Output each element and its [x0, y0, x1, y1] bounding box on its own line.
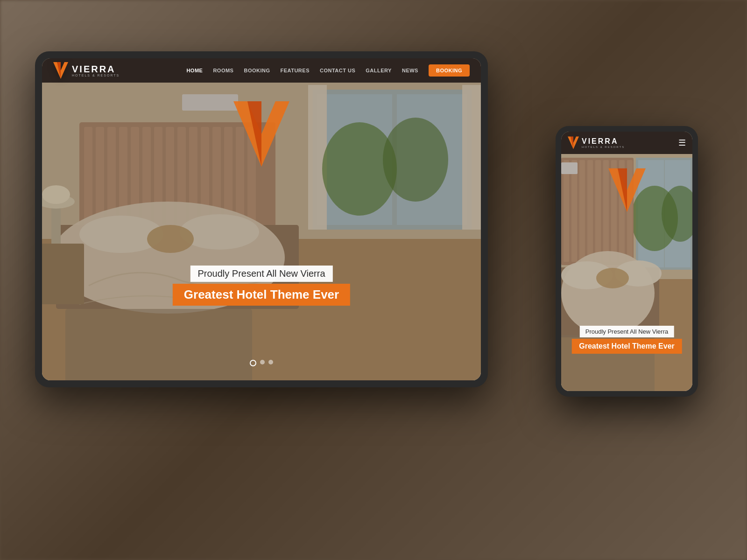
tablet-device: VIERRA HOTELS & RESORTS HOME ROOMS BOOKI… — [35, 51, 488, 387]
tablet-screen: VIERRA HOTELS & RESORTS HOME ROOMS BOOKI… — [42, 58, 481, 380]
mobile-logo-sub: HOTELS & RESORTS — [582, 146, 625, 148]
tablet-slider-dots — [250, 360, 273, 366]
mobile-hero: Proudly Present All New Vierra Greatest … — [561, 154, 692, 391]
tablet-hero-text-block: Proudly Present All New Vierra Greatest … — [173, 266, 350, 306]
mobile-logo-icon — [568, 136, 579, 149]
mobile-logo[interactable]: VIERRA HOTELS & RESORTS — [568, 136, 625, 149]
nav-features[interactable]: FEATURES — [281, 68, 310, 73]
tablet-hero-subtitle: Proudly Present All New Vierra — [190, 266, 332, 282]
tablet-logo-icon — [53, 62, 68, 79]
tablet-hero-title: Greatest Hotel Theme Ever — [173, 284, 350, 306]
mobile-hero-subtitle: Proudly Present All New Vierra — [580, 326, 674, 337]
hamburger-icon[interactable]: ☰ — [678, 138, 686, 148]
tablet-navbar: VIERRA HOTELS & RESORTS HOME ROOMS BOOKI… — [42, 58, 481, 83]
mobile-screen: VIERRA HOTELS & RESORTS ☰ — [561, 132, 692, 391]
tablet-logo-sub: HOTELS & RESORTS — [72, 74, 120, 77]
mobile-hero-title: Greatest Hotel Theme Ever — [571, 339, 682, 354]
tablet-hero: Proudly Present All New Vierra Greatest … — [42, 83, 481, 380]
v-watermark-icon — [233, 101, 289, 167]
mobile-hero-text-block: Proudly Present All New Vierra Greatest … — [571, 326, 682, 354]
mobile-navbar: VIERRA HOTELS & RESORTS ☰ — [561, 132, 692, 154]
mobile-v-watermark-icon — [608, 168, 646, 212]
tablet-logo-name: VIERRA — [72, 64, 120, 74]
nav-gallery[interactable]: GALLERY — [366, 68, 392, 73]
nav-contact[interactable]: CONTACT US — [320, 68, 355, 73]
dot-2[interactable] — [260, 360, 265, 364]
tablet-logo[interactable]: VIERRA HOTELS & RESORTS — [53, 62, 120, 79]
mobile-logo-text: VIERRA HOTELS & RESORTS — [582, 137, 625, 148]
tablet-logo-text: VIERRA HOTELS & RESORTS — [72, 64, 120, 77]
mobile-logo-name: VIERRA — [582, 137, 625, 146]
mobile-hero-v-logo — [608, 168, 646, 214]
nav-rooms[interactable]: ROOMS — [213, 68, 233, 73]
tablet-hero-v-logo — [233, 101, 289, 168]
nav-home[interactable]: HOME — [186, 68, 203, 73]
nav-news[interactable]: NEWS — [402, 68, 418, 73]
dot-3[interactable] — [268, 360, 273, 364]
tablet-nav-links: HOME ROOMS BOOKING FEATURES CONTACT US G… — [186, 64, 470, 77]
nav-booking[interactable]: BOOKING — [244, 68, 270, 73]
mobile-device: VIERRA HOTELS & RESORTS ☰ — [556, 126, 698, 397]
dot-1[interactable] — [250, 360, 256, 366]
tablet-booking-button[interactable]: BOOKING — [429, 64, 470, 77]
